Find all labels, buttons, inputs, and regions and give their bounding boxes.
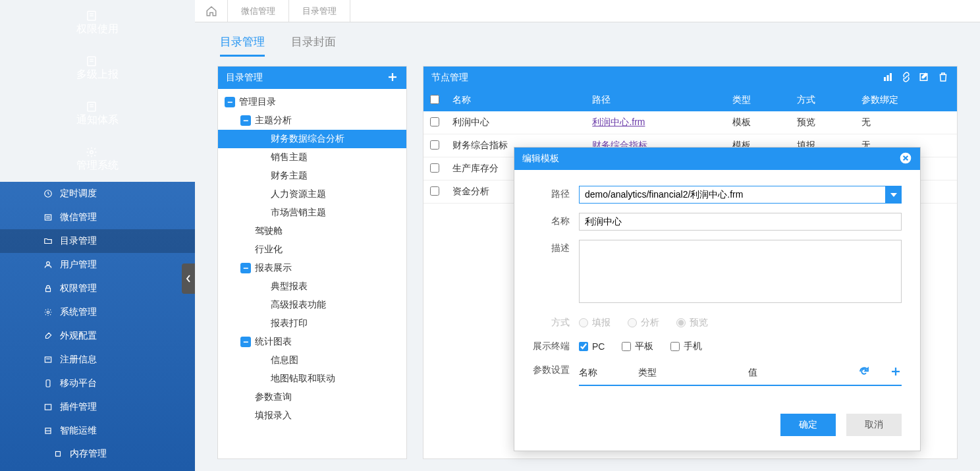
col-mode: 方式 — [790, 89, 855, 111]
path-link[interactable]: 利润中心.frm — [592, 117, 645, 127]
refresh-icon[interactable] — [858, 366, 870, 379]
svg-rect-27 — [884, 77, 886, 81]
sidebar-collapse-handle[interactable] — [182, 263, 195, 294]
svg-rect-23 — [56, 452, 61, 457]
sidebar-item-multi-report[interactable]: 多级上报 — [0, 45, 195, 91]
param-col-name: 名称 — [579, 367, 638, 379]
select-all-checkbox[interactable] — [430, 95, 439, 104]
clock-icon — [43, 188, 53, 199]
sidebar-item-wechat[interactable]: 微信管理 — [0, 206, 195, 229]
tab-home[interactable] — [195, 0, 228, 22]
sidebar-item-schedule[interactable]: 定时调度 — [0, 182, 195, 206]
sidebar-label: 注册信息 — [60, 354, 97, 366]
tree-node[interactable]: 统计图表 — [218, 333, 406, 351]
check-tablet[interactable]: 平板 — [622, 341, 653, 352]
tree-node[interactable]: 报表打印 — [218, 314, 406, 333]
tree-node[interactable]: 财务数据综合分析 — [218, 130, 406, 148]
tree-node[interactable]: 典型报表 — [218, 277, 406, 296]
desc-textarea[interactable] — [579, 240, 902, 303]
tree-node[interactable]: 地图钻取和联动 — [218, 370, 406, 388]
path-input[interactable] — [579, 186, 886, 204]
svg-rect-29 — [890, 73, 892, 81]
subtab-directory-manage[interactable]: 目录管理 — [220, 34, 265, 57]
tree-node-label: 地图钻取和联动 — [271, 373, 335, 385]
label-param: 参数设置 — [533, 362, 579, 376]
sidebar-item-register[interactable]: 注册信息 — [0, 348, 195, 372]
add-icon[interactable] — [387, 71, 398, 85]
add-param-icon[interactable] — [890, 366, 902, 379]
sidebar-item-plugin[interactable]: 插件管理 — [0, 395, 195, 419]
tree-node-label: 市场营销主题 — [271, 207, 326, 219]
row-checkbox[interactable] — [430, 163, 439, 173]
tree-node[interactable]: 人力资源主题 — [218, 185, 406, 204]
collapse-icon[interactable] — [240, 263, 251, 273]
close-icon[interactable] — [899, 152, 912, 167]
row-checkbox[interactable] — [430, 140, 439, 150]
tab-bar: 微信管理 目录管理 — [195, 0, 980, 22]
sidebar-item-memory[interactable]: 内存管理 — [0, 443, 195, 465]
sidebar-label: 通知体系 — [76, 113, 119, 127]
name-input[interactable] — [579, 213, 902, 231]
modal-header[interactable]: 编辑模板 — [514, 148, 920, 170]
row-checkbox[interactable] — [430, 117, 439, 126]
tree-node[interactable]: 行业化 — [218, 240, 406, 259]
cell-type: 模板 — [726, 111, 790, 134]
ok-button[interactable]: 确定 — [780, 414, 836, 436]
path-dropdown-button[interactable] — [886, 186, 902, 204]
tree-node-label: 高级报表功能 — [271, 299, 326, 311]
sidebar-item-user[interactable]: 用户管理 — [0, 253, 195, 277]
tab-directory[interactable]: 目录管理 — [289, 0, 350, 22]
row-checkbox[interactable] — [430, 186, 439, 196]
tree-node[interactable]: 高级报表功能 — [218, 296, 406, 314]
tree-node[interactable]: 填报录入 — [218, 406, 406, 425]
tab-wechat[interactable]: 微信管理 — [228, 0, 289, 22]
gear-icon — [43, 307, 53, 318]
tree-node[interactable]: 管理目录 — [218, 93, 406, 111]
delete-icon[interactable] — [937, 71, 949, 85]
tree-node[interactable]: 参数查询 — [218, 388, 406, 406]
modal-title: 编辑模板 — [522, 153, 899, 165]
subtab-directory-cover[interactable]: 目录封面 — [291, 34, 336, 57]
sidebar-item-mobile[interactable]: 移动平台 — [0, 372, 195, 395]
param-col-value: 值 — [748, 367, 858, 379]
tree-node[interactable]: 报表展示 — [218, 259, 406, 277]
chip-icon — [53, 449, 63, 459]
node-panel-header: 节点管理 — [423, 67, 957, 89]
doc-icon — [85, 55, 98, 68]
sidebar-item-backup[interactable]: 备份还原 — [0, 465, 195, 471]
mobile-icon — [43, 378, 53, 389]
tree-body[interactable]: 管理目录主题分析财务数据综合分析销售主题财务主题人力资源主题市场营销主题驾驶舱行… — [218, 89, 406, 458]
list-icon — [43, 354, 53, 365]
sidebar-item-notification[interactable]: 通知体系 — [0, 91, 195, 136]
cell-mode: 预览 — [790, 111, 855, 134]
tree-node-label: 报表打印 — [271, 318, 308, 329]
sidebar-item-directory[interactable]: 目录管理 — [0, 229, 195, 253]
tree-node[interactable]: 主题分析 — [218, 111, 406, 130]
chart-icon[interactable] — [882, 71, 894, 85]
col-name: 名称 — [446, 89, 585, 111]
table-row[interactable]: 利润中心 利润中心.frm 模板 预览 无 — [423, 111, 957, 134]
collapse-icon[interactable] — [225, 97, 235, 107]
collapse-icon[interactable] — [240, 115, 251, 126]
sidebar-item-permission-use[interactable]: 权限使用 — [0, 0, 195, 45]
tree-node[interactable]: 销售主题 — [218, 148, 406, 167]
sidebar-item-system[interactable]: 系统管理 — [0, 300, 195, 324]
cancel-button[interactable]: 取消 — [846, 414, 902, 436]
tree-node[interactable]: 信息图 — [218, 351, 406, 370]
tree-node[interactable]: 市场营销主题 — [218, 204, 406, 222]
check-phone[interactable]: 手机 — [670, 341, 702, 352]
link-icon[interactable] — [900, 71, 912, 85]
tree-panel: 目录管理 管理目录主题分析财务数据综合分析销售主题财务主题人力资源主题市场营销主… — [217, 66, 407, 459]
edit-icon[interactable] — [919, 71, 931, 85]
sidebar-item-appearance[interactable]: 外观配置 — [0, 324, 195, 348]
tree-node[interactable]: 财务主题 — [218, 167, 406, 185]
tree-node[interactable]: 驾驶舱 — [218, 222, 406, 240]
tree-node-label: 典型报表 — [271, 281, 308, 292]
check-pc[interactable]: PC — [579, 341, 605, 352]
collapse-icon[interactable] — [240, 337, 251, 347]
sidebar-item-ops[interactable]: 智能运维 — [0, 419, 195, 443]
list-icon — [43, 212, 53, 223]
label-terminal: 展示终端 — [533, 338, 579, 352]
sidebar-item-permission[interactable]: 权限管理 — [0, 277, 195, 300]
sidebar-item-admin-system[interactable]: 管理系统 — [0, 136, 195, 182]
